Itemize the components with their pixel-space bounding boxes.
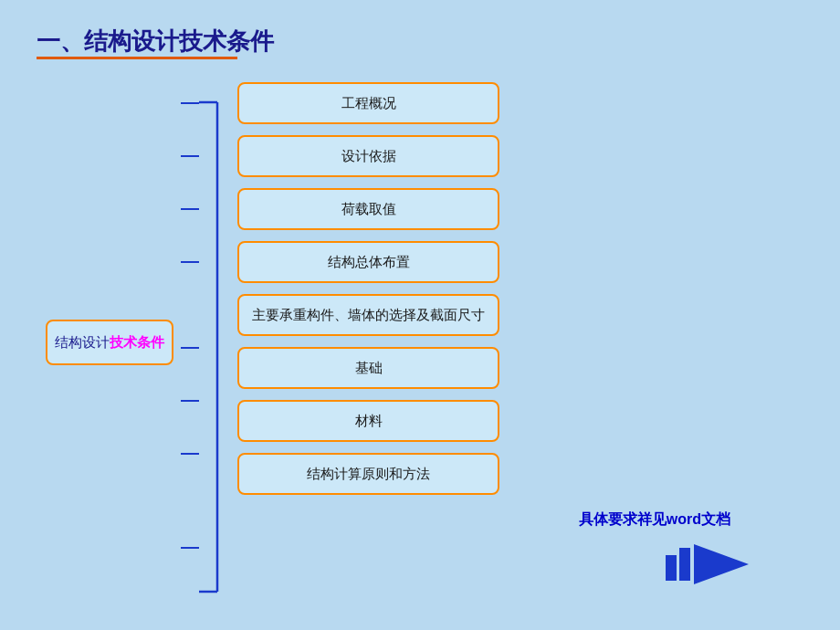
arrow-container: [666, 544, 749, 584]
branch-node-jisuan: 结构计算原则和方法: [237, 453, 499, 495]
branch-node-gongcheng: 工程概况: [237, 82, 499, 124]
branch-node-sheji: 设计依据: [237, 135, 499, 177]
root-node: 结构设计技术条件: [46, 320, 173, 365]
arrow-bar-1: [666, 555, 677, 581]
mindmap: 结构设计技术条件 工程概况 设计依据 荷载取值 结构总体布置 主要承重构件、墙体…: [18, 82, 822, 612]
arrow-bar-2: [679, 548, 690, 581]
branch-node-hezai: 荷载取值: [237, 188, 499, 230]
branch-node-jichu: 基础: [237, 347, 499, 389]
branches-container: 工程概况 设计依据 荷载取值 结构总体布置 主要承重构件、墙体的选择及截面尺寸 …: [237, 82, 499, 495]
page-title: 一、结构设计技术条件: [37, 26, 274, 58]
title-underline: [37, 57, 237, 59]
root-label: 结构设计技术条件: [55, 334, 164, 352]
arrow-bars: [666, 548, 690, 581]
branch-node-chengzhong: 主要承重构件、墙体的选择及截面尺寸: [237, 294, 499, 336]
root-highlight: 技术条件: [110, 334, 164, 350]
bracket-svg: [172, 82, 226, 612]
branch-node-zongti: 结构总体布置: [237, 241, 499, 283]
note-text: 具体要求祥见word文档: [579, 510, 730, 530]
arrow-head: [694, 544, 749, 584]
branch-node-cailiao: 材料: [237, 400, 499, 442]
